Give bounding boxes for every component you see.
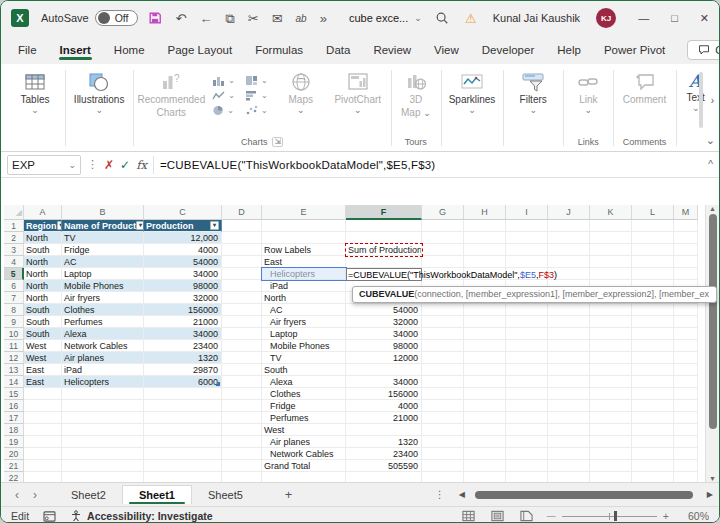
cell-L13[interactable]: [632, 364, 674, 376]
row-header-7[interactable]: 7: [4, 292, 24, 304]
tab-developer[interactable]: Developer: [481, 39, 535, 61]
cell-H15[interactable]: [464, 388, 506, 400]
cell-E14[interactable]: Alexa: [262, 376, 346, 388]
cell-B22[interactable]: [62, 472, 144, 482]
cell-D1[interactable]: [222, 220, 262, 232]
accessibility-status[interactable]: Accessibility: Investigate: [70, 510, 212, 522]
horizontal-scrollbar[interactable]: [471, 489, 701, 501]
cell-M2[interactable]: [674, 232, 698, 244]
cell-E17[interactable]: Perfumes: [262, 412, 346, 424]
cell-L21[interactable]: [632, 460, 674, 472]
cell-F18[interactable]: [346, 424, 422, 436]
column-header-A[interactable]: A: [24, 205, 62, 220]
cell-B9[interactable]: Perfumes: [62, 316, 144, 328]
next-sheet-icon[interactable]: ›: [33, 488, 37, 502]
cell-M8[interactable]: [674, 304, 698, 316]
cell-K22[interactable]: [590, 472, 632, 482]
macro-record-icon[interactable]: [43, 511, 56, 522]
row-header-10[interactable]: 10: [4, 328, 24, 340]
cell-M19[interactable]: [674, 436, 698, 448]
cell-M17[interactable]: [674, 412, 698, 424]
cell-M1[interactable]: [674, 220, 698, 232]
row-header-3[interactable]: 3: [4, 244, 24, 256]
cell-F19[interactable]: 1320: [346, 436, 422, 448]
cell-J14[interactable]: [548, 376, 590, 388]
bar-chart-button[interactable]: ⌄: [245, 90, 268, 101]
tab-file[interactable]: File: [17, 39, 38, 61]
cell-C7[interactable]: 32000: [144, 292, 222, 304]
cancel-entry-button[interactable]: ✗: [104, 158, 114, 172]
cell-K2[interactable]: [590, 232, 632, 244]
tab-view[interactable]: View: [433, 39, 460, 61]
cell-D9[interactable]: [222, 316, 262, 328]
cell-E1[interactable]: [262, 220, 346, 232]
cell-I10[interactable]: [506, 328, 548, 340]
prev-sheet-icon[interactable]: ‹: [15, 488, 19, 502]
line-chart-button[interactable]: ⌄: [212, 90, 235, 101]
cell-G11[interactable]: [422, 340, 464, 352]
cell-G9[interactable]: [422, 316, 464, 328]
cell-B17[interactable]: [62, 412, 144, 424]
cell-D5[interactable]: [222, 268, 262, 280]
cell-J11[interactable]: [548, 340, 590, 352]
cell-E18[interactable]: West: [262, 424, 346, 436]
cell-A8[interactable]: South: [24, 304, 62, 316]
cell-C5[interactable]: 34000: [144, 268, 222, 280]
cell-K10[interactable]: [590, 328, 632, 340]
search-icon[interactable]: [435, 11, 449, 25]
cell-L18[interactable]: [632, 424, 674, 436]
cell-I12[interactable]: [506, 352, 548, 364]
cell-M13[interactable]: [674, 364, 698, 376]
cell-E22[interactable]: [262, 472, 346, 482]
cell-A6[interactable]: North: [24, 280, 62, 292]
cell-L5[interactable]: [632, 268, 674, 280]
cell-F22[interactable]: [346, 472, 422, 482]
cell-B16[interactable]: [62, 400, 144, 412]
name-box[interactable]: EXP ⌄: [7, 155, 81, 175]
cell-H8[interactable]: [464, 304, 506, 316]
cell-L4[interactable]: [632, 256, 674, 268]
cell-D22[interactable]: [222, 472, 262, 482]
cell-K3[interactable]: [590, 244, 632, 256]
tab-power-pivot[interactable]: Power Pivot: [603, 39, 666, 61]
cell-B3[interactable]: Fridge: [62, 244, 144, 256]
tab-page-layout[interactable]: Page Layout: [167, 39, 234, 61]
cell-D7[interactable]: [222, 292, 262, 304]
cell-I4[interactable]: [506, 256, 548, 268]
document-title[interactable]: cube exce... ⌄: [349, 12, 422, 24]
cell-E9[interactable]: Air fryers: [262, 316, 346, 328]
cell-L22[interactable]: [632, 472, 674, 482]
cell-F15[interactable]: 156000: [346, 388, 422, 400]
column-header-D[interactable]: D: [222, 205, 262, 220]
cell-F11[interactable]: 98000: [346, 340, 422, 352]
redo-icon[interactable]: ←: [199, 12, 212, 25]
illustrations-button[interactable]: Illustrations ⌄: [68, 65, 130, 113]
cell-J1[interactable]: [548, 220, 590, 232]
zoom-level[interactable]: 60%: [683, 510, 709, 522]
cell-A7[interactable]: North: [24, 292, 62, 304]
cell-C9[interactable]: 21000: [144, 316, 222, 328]
cell-H2[interactable]: [464, 232, 506, 244]
cell-K21[interactable]: [590, 460, 632, 472]
row-header-17[interactable]: 17: [4, 412, 24, 424]
cell-J2[interactable]: [548, 232, 590, 244]
cell-A3[interactable]: South: [24, 244, 62, 256]
row-header-6[interactable]: 6: [4, 280, 24, 292]
cell-K9[interactable]: [590, 316, 632, 328]
cell-C10[interactable]: 34000: [144, 328, 222, 340]
cell-B8[interactable]: Clothes: [62, 304, 144, 316]
cell-K11[interactable]: [590, 340, 632, 352]
add-sheet-button[interactable]: +: [285, 487, 293, 502]
insert-function-button[interactable]: fx: [136, 158, 147, 172]
cell-G14[interactable]: [422, 376, 464, 388]
row-header-18[interactable]: 18: [4, 424, 24, 436]
cell-L1[interactable]: [632, 220, 674, 232]
cell-H10[interactable]: [464, 328, 506, 340]
column-header-E[interactable]: E: [262, 205, 346, 220]
cell-C21[interactable]: [144, 460, 222, 472]
scroll-down-icon[interactable]: ▼: [709, 475, 716, 482]
cell-B19[interactable]: [62, 436, 144, 448]
qat-overflow-icon[interactable]: »: [320, 12, 327, 25]
cell-M11[interactable]: [674, 340, 698, 352]
cell-A17[interactable]: [24, 412, 62, 424]
